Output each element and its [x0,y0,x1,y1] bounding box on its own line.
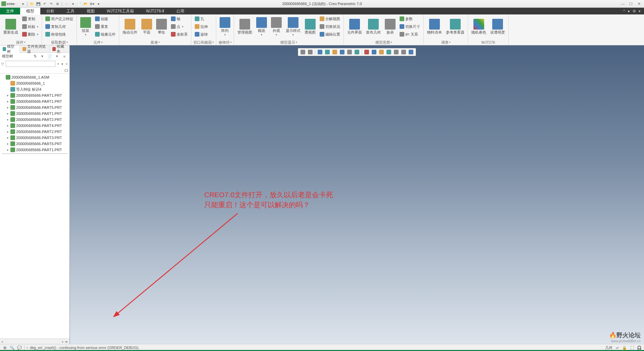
tab-模型[interactable]: 模型 [20,8,40,14]
tree-node[interactable]: ▸200005685666-PART5.PRT [0,104,70,111]
section-button[interactable]: 截面▾ [255,15,268,38]
qat-new2-icon[interactable]: 📄 [77,1,82,6]
sb-fullscreen-icon[interactable]: ⛶ [629,345,635,350]
ribbon-search-icon[interactable]: ● [628,9,630,13]
tree-node[interactable]: ▸200005685666-PART2.PRT [0,129,70,135]
ribbon-gear-icon[interactable]: ⚙ [633,9,636,13]
lp-tab-模型树[interactable]: 模型树 [0,46,20,53]
expand-icon[interactable]: ▸ [6,142,9,145]
manage-views-button[interactable]: 管理视图 [236,15,254,38]
comp-interface-button[interactable]: 元件界面 [346,15,363,38]
ribbon-help-icon[interactable]: ^ [623,9,625,13]
spin-center-icon[interactable] [408,49,414,55]
graphics-viewport[interactable]: CREO7.0文件打开，放久以后老是会卡死 只能重启！这个是可以解决的吗？ [70,45,644,344]
axis-disp-icon[interactable] [363,49,370,55]
edit-pos-button[interactable]: 编辑位置 [318,31,341,38]
sb-lock-icon[interactable]: 🔒 [622,345,627,350]
qat-new-icon[interactable]: ▾ [20,1,26,6]
sb-headset-icon[interactable]: 🎧 [637,345,642,350]
point-disp-icon[interactable] [371,49,377,55]
display-style-icon[interactable] [346,49,353,55]
point-button[interactable]: 点▾ [170,23,189,30]
qat-regen-icon[interactable]: ⚙ [55,1,60,6]
tab-分析[interactable]: 分析 [40,8,60,14]
expand-icon[interactable]: ▸ [6,136,9,139]
tree-node[interactable]: ▸200005685666-PART2.PRT [0,117,70,123]
expand-icon[interactable]: ▸ [6,106,9,109]
shrinkwrap-button[interactable]: 收缩包络 [44,31,75,38]
assemble-button[interactable]: 组装▾ [79,15,92,38]
appearance-button[interactable]: 外观▾ [270,15,283,38]
tab-file[interactable]: 文件 [0,8,20,14]
drag-comp-button[interactable]: 拖动元件 [121,15,139,38]
qat-close-icon[interactable]: ▫ [64,1,69,6]
repeat-button[interactable]: 重复 [94,23,117,30]
tree-node[interactable]: ▸200005685666-PART3.PRT [0,135,70,141]
tab-视图[interactable]: 视图 [81,8,101,14]
udf-button[interactable]: 用户定义特征 [44,15,75,23]
random-color-button[interactable]: 随机着色 [470,15,488,38]
qat-settings-icon[interactable]: ⚙▾ [89,1,95,6]
qat-undo-icon[interactable]: ↶ [42,1,47,6]
sb-tree-icon[interactable]: ⊞ [2,345,7,350]
qat-save-icon[interactable]: 💾 [36,1,41,6]
zoom-out-icon[interactable] [307,49,314,55]
axis-button[interactable]: 轴 [170,15,189,23]
csys-disp-icon[interactable] [378,49,385,55]
tab-公用[interactable]: 公用 [170,8,190,14]
regenerate-button[interactable]: 重新生成 [2,15,19,38]
filter-funnel-icon[interactable]: ▽ [1,61,4,67]
maximize-button[interactable]: ☐ [627,1,635,6]
expand-icon[interactable]: ▸ [6,124,9,127]
perspective-button[interactable]: 透视图 [303,15,317,38]
saved-view-icon[interactable] [339,49,346,55]
family-table-button[interactable]: 族表 [383,15,397,38]
tab-WJT276工具箱[interactable]: WJT276工具箱 [101,8,140,14]
toggle-status-button[interactable]: 切换状况 [318,23,341,30]
tree-node[interactable]: ▸200005685666-PART4.PRT [0,123,70,129]
pattern-button[interactable]: 阵列▾ [218,15,232,38]
extrude-button[interactable]: 拉伸 [193,23,209,30]
expand-icon[interactable]: ▸ [6,100,9,103]
filter-plus-icon[interactable]: + [65,61,68,67]
tree-node[interactable]: 导入特征 标识4 [0,86,70,92]
tree-node[interactable]: ▸200005685666-PART1.PRT [0,147,70,153]
create-button[interactable]: 创建 [94,15,117,23]
expand-icon[interactable]: ▸ [6,94,9,97]
tree-node[interactable]: ▸200005685666-PART1.PRT [0,111,70,117]
annotation-disp-icon[interactable] [393,49,400,55]
tab-WJT276-Ⅱ[interactable]: WJT276-Ⅱ [140,8,171,14]
pause-icon[interactable] [400,49,407,55]
revolve-button[interactable]: 旋转 [193,31,209,38]
tree-dd-icon[interactable]: ▾ [54,53,60,59]
csys-button[interactable]: 坐标系 [170,31,189,38]
copy-button[interactable]: 复制 [21,15,40,23]
set-transparency-button[interactable]: 设透明度 [489,15,506,38]
orient-icon[interactable] [331,49,338,55]
qat-more-icon[interactable]: ▾ [96,1,101,6]
mirror-comp-button[interactable]: 镜像元件 [94,31,117,38]
zoom-in-icon[interactable] [300,49,306,55]
publish-geom-button[interactable]: 发布几何 [365,15,382,38]
expand-icon[interactable]: ▸ [6,118,9,121]
paste-button[interactable]: 粘贴▾ [21,23,40,30]
filter-clear-icon[interactable]: × [57,61,60,67]
copy-geom-button[interactable]: 复制几何 [44,23,75,30]
delete-button[interactable]: 删除▾ [21,31,40,38]
datum-disp-icon[interactable] [354,49,360,55]
lp-tab-收藏夹[interactable]: 收藏夹 [50,45,70,52]
plane-disp-icon[interactable] [385,49,392,55]
qat-redo-icon[interactable]: ↷ [48,1,54,6]
relations-button[interactable]: d= 关系 [398,31,421,38]
qat-windows-icon[interactable]: ▾ [70,1,76,6]
tab-工具[interactable]: 工具 [60,8,81,14]
ref-viewer-button[interactable]: 参考查看器 [445,15,466,38]
parameters-button[interactable]: 参数 [398,15,421,23]
tree-node[interactable]: ▸200005685666-PART6.PRT [0,141,70,147]
filter-mode-icon[interactable]: ▾ [61,61,64,67]
tree-node[interactable]: 200005685666_1 [0,80,70,86]
expand-icon[interactable]: ▸ [6,130,9,133]
hole-button[interactable]: 孔 [193,15,209,23]
sketch-button[interactable]: 草绘 [155,15,168,38]
disp-style-button[interactable]: 显示样式▾ [284,15,302,38]
